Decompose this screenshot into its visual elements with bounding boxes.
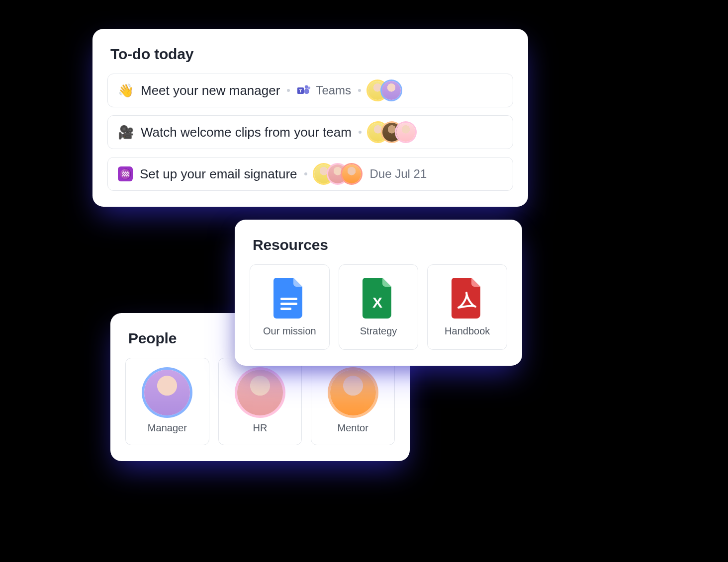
person-tile-manager[interactable]: Manager <box>125 358 209 445</box>
avatar-icon <box>382 81 401 100</box>
separator-dot-icon <box>287 89 290 92</box>
excel-icon: X <box>363 278 394 319</box>
avatar-icon <box>144 370 190 415</box>
separator-dot-icon <box>358 89 361 92</box>
todo-item-title: Set up your email signature <box>140 166 297 182</box>
avatar-icon <box>396 123 415 142</box>
avatar-icon <box>237 370 283 415</box>
resource-tile-mission[interactable]: Our mission <box>250 264 330 350</box>
todo-item-title: Meet your new manager <box>141 83 280 98</box>
resources-card: Resources Our mission X Strategy <box>235 220 522 366</box>
avatar-icon <box>342 164 361 183</box>
people-grid: Manager HR Mentor <box>125 358 395 445</box>
svg-text:T: T <box>299 88 302 93</box>
resource-label: Our mission <box>263 325 316 337</box>
camera-emoji-icon: 🎥 <box>118 126 134 139</box>
svg-rect-3 <box>304 89 309 94</box>
todo-list: 👋 Meet your new manager T Teams <box>107 74 513 191</box>
aquarius-emoji-icon: ♒ <box>118 166 133 181</box>
svg-rect-6 <box>280 303 297 305</box>
svg-rect-5 <box>280 298 297 300</box>
avatar-stack <box>314 164 361 183</box>
separator-dot-icon <box>304 172 307 175</box>
todo-title: To-do today <box>110 46 510 63</box>
svg-rect-7 <box>280 308 291 310</box>
resource-tile-handbook[interactable]: Handbook <box>427 264 507 350</box>
teams-icon: T <box>297 83 311 97</box>
todo-item[interactable]: 🎥 Watch welcome clips from your team <box>107 115 513 149</box>
todo-card: To-do today 👋 Meet your new manager T Te… <box>92 29 528 207</box>
todo-item-title: Watch welcome clips from your team <box>141 125 352 140</box>
svg-point-2 <box>305 85 308 89</box>
avatar-stack <box>368 81 401 100</box>
app-chip-teams: T Teams <box>297 83 351 97</box>
todo-item[interactable]: ♒ Set up your email signature Due Jul 21 <box>107 157 513 191</box>
resource-tile-strategy[interactable]: X Strategy <box>339 264 419 350</box>
svg-text:X: X <box>372 294 382 311</box>
person-tile-hr[interactable]: HR <box>218 358 302 445</box>
avatar-stack <box>368 123 415 142</box>
pdf-icon <box>452 278 483 319</box>
app-name: Teams <box>316 83 351 97</box>
person-role-label: Manager <box>148 422 187 434</box>
avatar-icon <box>330 370 376 415</box>
person-role-label: Mentor <box>338 422 368 434</box>
resource-grid: Our mission X Strategy Handbook <box>250 264 507 350</box>
google-doc-icon <box>273 278 305 319</box>
resource-label: Strategy <box>360 325 397 337</box>
due-date-label: Due Jul 21 <box>370 167 427 181</box>
svg-point-4 <box>308 86 310 89</box>
todo-item[interactable]: 👋 Meet your new manager T Teams <box>107 74 513 107</box>
resources-title: Resources <box>253 237 504 253</box>
person-tile-mentor[interactable]: Mentor <box>311 358 395 445</box>
separator-dot-icon <box>359 131 362 134</box>
resource-label: Handbook <box>445 325 490 337</box>
wave-emoji-icon: 👋 <box>118 84 134 97</box>
person-role-label: HR <box>253 422 268 434</box>
